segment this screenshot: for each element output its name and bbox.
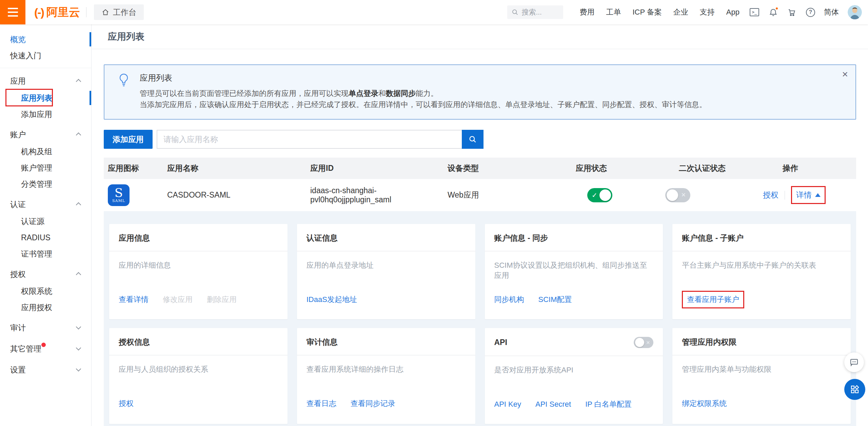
detail-link[interactable]: 详情 (796, 190, 812, 200)
card-title: 账户信息 - 同步 (494, 233, 548, 243)
sidebar-group-settings[interactable]: 设置 (0, 361, 91, 379)
app-table: 应用图标 应用名称 应用ID 设备类型 应用状态 二次认证状态 操作 S SAM… (104, 158, 856, 426)
nav-tickets[interactable]: 工单 (606, 7, 621, 17)
cloud-shell-button[interactable]: >_ (750, 8, 759, 16)
col-header-actions: 操作 (778, 163, 856, 174)
card-authorization-info: 授权信息 应用与人员组织的授权关系 授权 (109, 328, 288, 424)
add-app-button[interactable]: 添加应用 (104, 130, 153, 149)
authorize-link[interactable]: 授权 (763, 190, 778, 200)
ip-whitelist-link[interactable]: IP 白名单配置 (585, 399, 632, 409)
sidebar-item-app-authorization[interactable]: 应用授权 (0, 299, 91, 316)
feedback-chat-button[interactable] (844, 352, 864, 372)
sidebar-item-radius[interactable]: RADIUS (0, 229, 91, 246)
sidebar-item-overview[interactable]: 概览 (0, 31, 91, 47)
card-desc: 管理应用内菜单与功能权限 (682, 364, 841, 385)
authorize-card-link[interactable]: 授权 (119, 399, 134, 409)
mfa-status-toggle[interactable]: ✕ (665, 188, 690, 202)
sync-org-link[interactable]: 同步机构 (494, 295, 524, 305)
scim-config-link[interactable]: SCIM配置 (538, 295, 572, 305)
nav-billing[interactable]: 费用 (579, 7, 594, 17)
sidebar-item-app-list[interactable]: 应用列表 (0, 90, 91, 106)
api-toggle[interactable]: ✕ (634, 337, 653, 348)
sidebar-item-category-mgmt[interactable]: 分类管理 (0, 176, 91, 192)
card-desc: 平台主账户与应用系统中子账户的关联表 (682, 260, 841, 281)
topbar-search[interactable] (507, 5, 563, 19)
sidebar-item-account-mgmt[interactable]: 账户管理 (0, 160, 91, 176)
nav-support[interactable]: 支持 (700, 7, 715, 17)
card-app-permissions: 管理应用内权限 管理应用内菜单与功能权限 绑定权限系统 (672, 328, 851, 424)
nav-enterprise[interactable]: 企业 (673, 7, 688, 17)
col-header-mfa-status: 二次认证状态 (675, 163, 778, 174)
view-detail-link[interactable]: 查看详情 (119, 295, 149, 305)
toggle-knob (599, 189, 611, 201)
chevron-up-icon (76, 272, 81, 278)
app-detail-panel: 应用信息 应用的详细信息 查看详情 修改应用 删除应用 (104, 211, 856, 426)
avatar[interactable] (848, 5, 862, 19)
sidebar-item-cert-mgmt[interactable]: 证书管理 (0, 246, 91, 262)
view-logs-link[interactable]: 查看日志 (307, 399, 336, 409)
cart-button[interactable] (787, 8, 796, 17)
sidebar-group-account[interactable]: 账户 (0, 126, 91, 143)
workspace-button[interactable]: 工作台 (94, 4, 144, 20)
card-auth-info: 认证信息 应用的单点登录地址 IDaaS发起地址 (297, 224, 475, 319)
card-title: 管理应用内权限 (682, 337, 736, 347)
notifications-button[interactable] (769, 8, 778, 17)
sidebar-item-permission-system[interactable]: 权限系统 (0, 283, 91, 299)
banner-line-2: 当添加完应用后，应该确认应用处于启用状态，并已经完成了授权。在应用详情中，可以看… (140, 99, 707, 110)
aliyun-logo-text: 阿里云 (46, 5, 80, 20)
api-secret-link[interactable]: API Secret (535, 400, 571, 409)
sidebar-item-add-app[interactable]: 添加应用 (0, 106, 91, 122)
nav-app[interactable]: App (726, 8, 739, 17)
apps-grid-icon (849, 384, 860, 395)
help-button[interactable]: ? (806, 8, 815, 17)
sidebar-item-quickstart[interactable]: 快速入门 (0, 47, 91, 64)
aliyun-logo[interactable]: (-) 阿里云 (34, 5, 80, 20)
idaas-sso-link[interactable]: IDaaS发起地址 (307, 295, 357, 305)
bind-permission-system-link[interactable]: 绑定权限系统 (682, 399, 727, 409)
chevron-down-icon (76, 366, 81, 372)
sidebar-group-application[interactable]: 应用 (0, 72, 91, 90)
api-key-link[interactable]: API Key (494, 400, 521, 409)
nav-icp[interactable]: ICP 备案 (632, 7, 662, 17)
banner-line-1: 管理员可以在当前页面管理已经添加的所有应用，应用可以实现单点登录和数据同步能力。 (140, 88, 707, 99)
toggle-knob (667, 189, 678, 201)
action-separator (785, 191, 785, 200)
topbar-nav: 费用 工单 ICP 备案 企业 支持 App (579, 7, 739, 17)
search-submit-button[interactable] (462, 130, 484, 149)
topbar: (-) 阿里云 工作台 费用 工单 ICP 备案 企业 支持 App (0, 0, 868, 24)
sidebar: 概览 快速入门 应用 应用列表 添加应用 账户 (0, 24, 92, 426)
topbar-icons: >_ ? (750, 8, 815, 17)
sidebar-group-audit[interactable]: 审计 (0, 319, 91, 337)
toggle-knob (635, 338, 644, 347)
card-desc: 应用的单点登录地址 (307, 260, 466, 281)
sidebar-group-authorization[interactable]: 授权 (0, 265, 91, 283)
close-icon[interactable]: × (842, 69, 848, 79)
hamburger-menu-button[interactable] (0, 0, 25, 24)
sidebar-item-org-groups[interactable]: 机构及组 (0, 143, 91, 160)
annotation-box-detail: 详情 (791, 186, 826, 204)
app-id-cell: idaas-cn-shanghai-pvl0hq0ojjpplugin_saml (306, 186, 443, 204)
chat-bubble-icon (849, 357, 859, 367)
view-sync-records-link[interactable]: 查看同步记录 (351, 399, 395, 409)
caret-up-icon (815, 193, 821, 197)
chevron-down-icon (76, 345, 81, 351)
chevron-up-icon (76, 202, 81, 208)
locale-switcher[interactable]: 简体 (824, 7, 839, 17)
active-indicator (90, 32, 91, 46)
app-status-toggle[interactable]: ✓ (587, 188, 612, 202)
topbar-search-input[interactable] (521, 8, 555, 16)
table-row: S SAML CASDOOR-SAML idaas-cn-shanghai-pv… (104, 179, 856, 211)
app-search-input[interactable] (157, 130, 462, 149)
new-badge-dot (41, 343, 46, 347)
mini-apps-button[interactable] (844, 379, 865, 400)
view-subaccount-link[interactable]: 查看应用子账户 (687, 295, 739, 305)
main-content: 应用列表 应用列表 管理员可以在当前页面管理已经添加的所有应用，应用可以实现单点… (92, 24, 868, 426)
sidebar-group-other-mgmt[interactable]: 其它管理 (0, 340, 91, 358)
topbar-divider (86, 7, 86, 17)
col-header-app-status: 应用状态 (572, 163, 675, 174)
card-app-info: 应用信息 应用的详细信息 查看详情 修改应用 删除应用 (109, 224, 288, 319)
table-header: 应用图标 应用名称 应用ID 设备类型 应用状态 二次认证状态 操作 (104, 158, 856, 179)
sidebar-item-auth-source[interactable]: 认证源 (0, 213, 91, 229)
sidebar-group-authentication[interactable]: 认证 (0, 196, 91, 213)
card-title: 授权信息 (119, 337, 150, 347)
